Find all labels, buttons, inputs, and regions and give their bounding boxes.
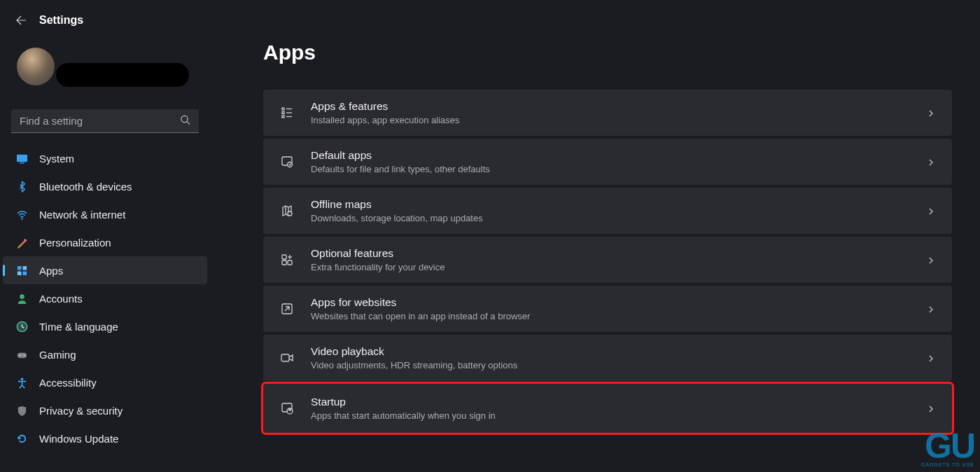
svg-rect-17 xyxy=(282,116,284,118)
page-title: Apps xyxy=(263,41,952,64)
avatar xyxy=(17,48,55,85)
nav-item-personalization[interactable]: Personalization xyxy=(3,228,207,256)
row-startup[interactable]: StartupApps that start automatically whe… xyxy=(263,384,952,433)
search-wrap xyxy=(11,109,199,133)
personalization-icon xyxy=(15,236,28,249)
svg-rect-28 xyxy=(288,261,292,265)
nav-label: System xyxy=(39,153,74,165)
map-icon xyxy=(279,202,295,219)
svg-rect-2 xyxy=(20,162,24,163)
bluetooth-icon xyxy=(15,180,28,193)
nav-item-bluetooth[interactable]: Bluetooth & devices xyxy=(3,172,207,200)
video-icon xyxy=(279,349,295,366)
chevron-right-icon xyxy=(927,403,937,413)
nav-item-accessibility[interactable]: Accessibility xyxy=(3,368,207,396)
list-icon xyxy=(279,104,295,121)
row-title: Default apps xyxy=(311,149,927,162)
app-title: Settings xyxy=(39,14,83,27)
svg-point-25 xyxy=(288,211,292,216)
svg-rect-8 xyxy=(22,271,27,275)
row-subtitle: Extra functionality for your device xyxy=(311,262,927,272)
nav-item-accounts[interactable]: Accounts xyxy=(3,284,207,312)
nav-label: Apps xyxy=(39,265,63,277)
row-subtitle: Websites that can open in an app instead… xyxy=(311,311,927,321)
watermark-text: GADGETS TO USE xyxy=(921,462,974,467)
row-optional-features[interactable]: Optional featuresExtra functionality for… xyxy=(263,237,952,283)
row-title: Apps & features xyxy=(311,100,927,113)
row-subtitle: Video adjustments, HDR streaming, batter… xyxy=(311,360,927,370)
row-text: StartupApps that start automatically whe… xyxy=(311,396,927,421)
privacy-icon xyxy=(15,404,28,417)
svg-rect-26 xyxy=(282,255,286,259)
svg-point-22 xyxy=(288,162,293,167)
system-icon xyxy=(15,152,28,165)
chevron-right-icon xyxy=(927,353,937,363)
row-apps-features[interactable]: Apps & featuresInstalled apps, app execu… xyxy=(263,90,952,136)
svg-rect-6 xyxy=(22,265,27,270)
row-offline-maps[interactable]: Offline mapsDownloads, storage location,… xyxy=(263,188,952,234)
row-subtitle: Defaults for file and link types, other … xyxy=(311,164,927,174)
nav-item-apps[interactable]: Apps xyxy=(3,256,207,284)
row-apps-websites[interactable]: Apps for websitesWebsites that can open … xyxy=(263,286,952,332)
svg-rect-5 xyxy=(17,265,21,270)
svg-point-14 xyxy=(20,377,23,380)
nav-item-time[interactable]: Time & language xyxy=(3,312,207,340)
svg-rect-15 xyxy=(282,108,284,110)
nav-item-system[interactable]: System xyxy=(3,144,207,172)
svg-point-13 xyxy=(23,354,24,356)
svg-point-12 xyxy=(19,354,20,356)
apps-icon xyxy=(15,264,28,277)
user-block[interactable]: Ritik Singh xyxy=(0,42,210,88)
svg-rect-11 xyxy=(17,352,26,358)
default-icon xyxy=(279,153,295,170)
nav-item-network[interactable]: Network & internet xyxy=(3,200,207,228)
row-title: Offline maps xyxy=(311,198,927,211)
row-subtitle: Downloads, storage location, map updates xyxy=(311,213,927,223)
svg-rect-27 xyxy=(282,261,286,265)
nav-label: Network & internet xyxy=(39,209,125,221)
nav-item-gaming[interactable]: Gaming xyxy=(3,340,207,368)
row-title: Startup xyxy=(311,396,927,408)
chevron-right-icon xyxy=(927,206,937,216)
svg-rect-1 xyxy=(16,154,27,161)
row-text: Optional featuresExtra functionality for… xyxy=(311,247,927,272)
update-icon xyxy=(15,432,28,445)
chevron-right-icon xyxy=(927,157,937,167)
svg-point-0 xyxy=(181,116,188,122)
row-text: Apps & featuresInstalled apps, app execu… xyxy=(311,100,927,125)
row-title: Optional features xyxy=(311,247,927,260)
nav-label: Accounts xyxy=(39,293,83,305)
row-text: Default appsDefaults for file and link t… xyxy=(311,149,927,174)
row-title: Apps for websites xyxy=(311,296,927,309)
network-icon xyxy=(15,208,28,221)
row-subtitle: Installed apps, app execution aliases xyxy=(311,115,927,125)
nav-label: Privacy & security xyxy=(39,405,122,417)
nav-item-privacy[interactable]: Privacy & security xyxy=(3,396,207,424)
svg-point-3 xyxy=(21,218,22,219)
search-icon[interactable] xyxy=(180,115,190,128)
row-title: Video playback xyxy=(311,345,927,358)
row-default-apps[interactable]: Default appsDefaults for file and link t… xyxy=(263,139,952,185)
row-text: Apps for websitesWebsites that can open … xyxy=(311,296,927,321)
nav-label: Time & language xyxy=(39,321,118,333)
startup-icon xyxy=(279,400,295,417)
chevron-right-icon xyxy=(927,304,937,314)
nav-label: Windows Update xyxy=(39,433,118,445)
svg-rect-32 xyxy=(281,354,289,361)
nav-label: Personalization xyxy=(39,237,111,249)
row-video-playback[interactable]: Video playbackVideo adjustments, HDR str… xyxy=(263,335,952,381)
back-icon[interactable] xyxy=(15,15,27,26)
chevron-right-icon xyxy=(927,255,937,265)
nav-label: Accessibility xyxy=(39,377,97,389)
accessibility-icon xyxy=(15,376,28,389)
search-input[interactable] xyxy=(11,109,199,133)
nav-item-update[interactable]: Windows Update xyxy=(3,424,207,452)
row-subtitle: Apps that start automatically when you s… xyxy=(311,410,927,421)
accounts-icon xyxy=(15,292,28,305)
main-content: Apps Apps & featuresInstalled apps, app … xyxy=(210,0,980,472)
nav-label: Gaming xyxy=(39,349,76,361)
svg-point-9 xyxy=(20,294,24,299)
svg-rect-7 xyxy=(17,271,21,275)
plus-grid-icon xyxy=(279,251,295,268)
nav-label: Bluetooth & devices xyxy=(39,181,132,193)
